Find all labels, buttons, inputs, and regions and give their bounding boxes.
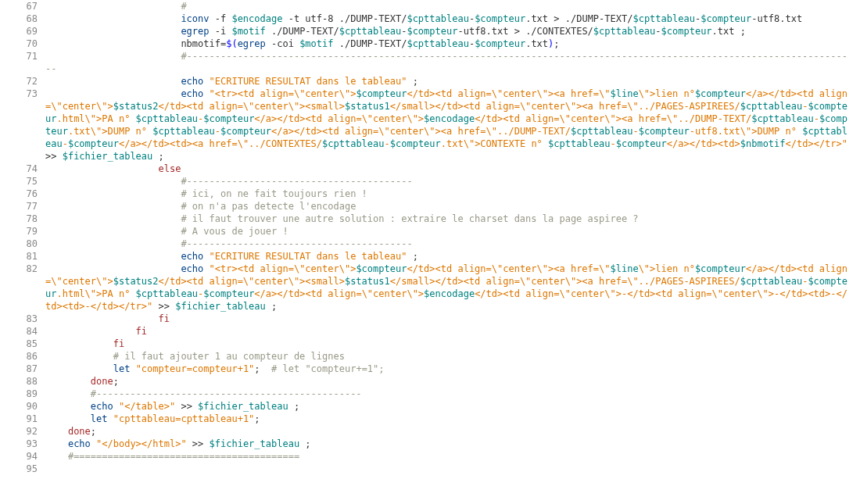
code-line[interactable]: 67 # — [0, 0, 860, 13]
line-number: 79 — [0, 225, 45, 238]
line-number: 72 — [0, 75, 45, 88]
code-content[interactable]: #---------------------------------------… — [45, 50, 860, 75]
code-content[interactable]: egrep -i $motif ./DUMP-TEXT/$cpttableau-… — [45, 25, 860, 38]
code-line[interactable]: 81 echo "ECRITURE RESULTAT dans le table… — [0, 250, 860, 263]
line-number: 95 — [0, 463, 45, 475]
line-number: 86 — [0, 350, 45, 363]
line-number: 89 — [0, 388, 45, 400]
line-number: 75 — [0, 175, 45, 188]
code-line[interactable]: 85 fi — [0, 338, 860, 350]
code-line[interactable]: 75 #------------------------------------… — [0, 175, 860, 188]
line-number: 93 — [0, 438, 45, 450]
code-line[interactable]: 87 let "compteur=compteur+1"; # let "com… — [0, 363, 860, 375]
code-content[interactable]: fi — [45, 338, 860, 350]
code-content[interactable]: # il faut trouver une autre solution : e… — [45, 213, 860, 225]
code-line[interactable]: 84 fi — [0, 325, 860, 338]
code-line[interactable]: 83 fi — [0, 313, 860, 325]
code-line[interactable]: 74 else — [0, 163, 860, 175]
code-content[interactable]: fi — [45, 313, 860, 325]
code-line[interactable]: 78 # il faut trouver une autre solution … — [0, 213, 860, 225]
line-number: 76 — [0, 188, 45, 200]
code-line[interactable]: 82 echo "<tr><td align=\"center\">$compt… — [0, 263, 860, 313]
code-content[interactable]: #---------------------------------------… — [45, 388, 860, 400]
code-line[interactable]: 79 # A vous de jouer ! — [0, 225, 860, 238]
line-number: 80 — [0, 238, 45, 250]
code-content[interactable]: else — [45, 163, 860, 175]
line-number: 68 — [0, 13, 45, 25]
code-line[interactable]: 93 echo "</body></html>" >> $fichier_tab… — [0, 438, 860, 450]
code-line[interactable]: 68 iconv -f $encodage -t utf-8 ./DUMP-TE… — [0, 13, 860, 25]
code-content[interactable]: echo "</table>" >> $fichier_tableau ; — [45, 400, 860, 413]
line-number: 87 — [0, 363, 45, 375]
code-line[interactable]: 70 nbmotif=$(egrep -coi $motif ./DUMP-TE… — [0, 38, 860, 50]
code-line[interactable]: 71 #------------------------------------… — [0, 50, 860, 75]
code-content[interactable]: #---------------------------------------… — [45, 238, 860, 250]
code-content[interactable]: iconv -f $encodage -t utf-8 ./DUMP-TEXT/… — [45, 13, 860, 25]
code-content[interactable]: #=======================================… — [45, 450, 860, 463]
code-content[interactable]: fi — [45, 325, 860, 338]
code-content[interactable]: echo "</body></html>" >> $fichier_tablea… — [45, 438, 860, 450]
line-number: 84 — [0, 325, 45, 338]
code-line[interactable]: 77 # on n'a pas detecte l'encodage — [0, 200, 860, 213]
code-content[interactable]: #---------------------------------------… — [45, 175, 860, 188]
code-content[interactable]: done; — [45, 425, 860, 438]
line-number: 74 — [0, 163, 45, 175]
code-line[interactable]: 76 # ici, on ne fait toujours rien ! — [0, 188, 860, 200]
code-line[interactable]: 73 echo "<tr><td align=\"center\">$compt… — [0, 88, 860, 163]
line-number: 71 — [0, 50, 45, 63]
code-line[interactable]: 89 #------------------------------------… — [0, 388, 860, 400]
line-number: 78 — [0, 213, 45, 225]
line-number: 70 — [0, 38, 45, 50]
line-number: 77 — [0, 200, 45, 213]
code-content[interactable]: nbmotif=$(egrep -coi $motif ./DUMP-TEXT/… — [45, 38, 860, 50]
line-number: 94 — [0, 450, 45, 463]
code-content[interactable]: echo "<tr><td align=\"center\">$compteur… — [45, 263, 860, 313]
code-line[interactable]: 88 done; — [0, 375, 860, 388]
line-number: 88 — [0, 375, 45, 388]
line-number: 83 — [0, 313, 45, 325]
code-line[interactable]: 69 egrep -i $motif ./DUMP-TEXT/$cpttable… — [0, 25, 860, 38]
code-content[interactable]: echo "ECRITURE RESULTAT dans le tableau"… — [45, 75, 860, 88]
code-line[interactable]: 91 let "cpttableau=cpttableau+1"; — [0, 413, 860, 425]
code-content[interactable]: let "cpttableau=cpttableau+1"; — [45, 413, 860, 425]
line-number: 67 — [0, 0, 45, 13]
line-number: 90 — [0, 400, 45, 413]
code-content[interactable]: # — [45, 0, 860, 13]
code-line[interactable]: 90 echo "</table>" >> $fichier_tableau ; — [0, 400, 860, 413]
line-number: 69 — [0, 25, 45, 38]
code-line[interactable]: 94 #====================================… — [0, 450, 860, 463]
code-line[interactable]: 86 # il faut ajouter 1 au compteur de li… — [0, 350, 860, 363]
code-content[interactable]: # ici, on ne fait toujours rien ! — [45, 188, 860, 200]
code-editor[interactable]: 67 #68 iconv -f $encodage -t utf-8 ./DUM… — [0, 0, 860, 475]
code-content[interactable]: # il faut ajouter 1 au compteur de ligne… — [45, 350, 860, 363]
code-line[interactable]: 72 echo "ECRITURE RESULTAT dans le table… — [0, 75, 860, 88]
line-number: 92 — [0, 425, 45, 438]
code-content[interactable]: done; — [45, 375, 860, 388]
code-content[interactable]: echo "<tr><td align=\"center\">$compteur… — [45, 88, 860, 163]
code-content[interactable]: let "compteur=compteur+1"; # let "compte… — [45, 363, 860, 375]
code-content[interactable]: echo "ECRITURE RESULTAT dans le tableau"… — [45, 250, 860, 263]
line-number: 73 — [0, 88, 45, 100]
code-content[interactable]: # on n'a pas detecte l'encodage — [45, 200, 860, 213]
line-number: 85 — [0, 338, 45, 350]
line-number: 91 — [0, 413, 45, 425]
code-content[interactable]: # A vous de jouer ! — [45, 225, 860, 238]
line-number: 82 — [0, 263, 45, 275]
code-line[interactable]: 92 done; — [0, 425, 860, 438]
code-line[interactable]: 80 #------------------------------------… — [0, 238, 860, 250]
line-number: 81 — [0, 250, 45, 263]
code-line[interactable]: 95 — [0, 463, 860, 475]
